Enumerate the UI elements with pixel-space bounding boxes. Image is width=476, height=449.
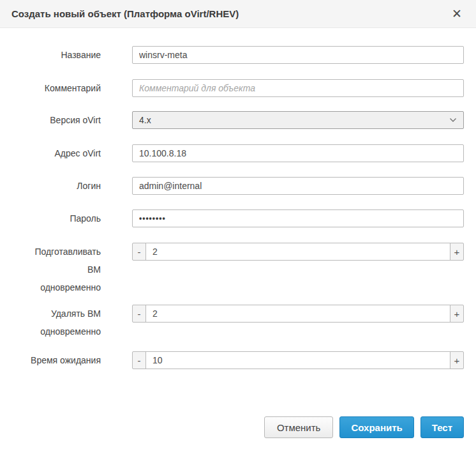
chevron-down-icon xyxy=(449,118,457,123)
minus-icon[interactable]: - xyxy=(132,305,146,323)
password-control xyxy=(132,209,464,227)
create-object-dialog: Создать новый объект (Платформа oVirt/RH… xyxy=(0,0,476,449)
plus-icon[interactable]: + xyxy=(450,351,464,369)
cancel-button[interactable]: Отменить xyxy=(264,416,334,438)
login-label: Логин xyxy=(11,177,101,195)
name-control xyxy=(132,46,464,64)
comment-input[interactable] xyxy=(132,79,464,97)
dialog-header: Создать новый объект (Платформа oVirt/RH… xyxy=(0,0,476,28)
version-control: 4.x xyxy=(132,111,464,129)
form-row-provision-concurrency: Подготавливать ВМ одновременно - + xyxy=(11,243,464,296)
address-control xyxy=(132,144,464,162)
form-row-name: Название xyxy=(11,46,464,64)
comment-label: Комментарий xyxy=(11,79,101,97)
timeout-input[interactable] xyxy=(145,351,450,369)
dialog-title: Создать новый объект (Платформа oVirt/RH… xyxy=(11,8,449,19)
provision-concurrency-control: - + xyxy=(132,243,464,261)
password-input[interactable] xyxy=(132,209,464,227)
ovirt-version-value: 4.x xyxy=(139,115,449,125)
form-row-version: Версия oVirt 4.x xyxy=(11,111,464,129)
close-icon[interactable]: ✕ xyxy=(449,6,465,21)
timeout-stepper: - + xyxy=(132,351,464,369)
name-input[interactable] xyxy=(132,46,464,64)
comment-control xyxy=(132,79,464,97)
form-row-timeout: Время ожидания - + xyxy=(11,351,464,369)
form-row-login: Логин xyxy=(11,177,464,195)
provision-concurrency-stepper: - + xyxy=(132,243,464,261)
form-row-delete-concurrency: Удалять ВМ одновременно - + xyxy=(11,305,464,340)
password-label: Пароль xyxy=(11,209,101,227)
timeout-control: - + xyxy=(132,351,464,369)
delete-concurrency-input[interactable] xyxy=(145,305,450,323)
login-control xyxy=(132,177,464,195)
provision-concurrency-input[interactable] xyxy=(145,243,450,261)
test-button[interactable]: Тест xyxy=(420,416,464,438)
form-row-address: Адрес oVirt xyxy=(11,144,464,162)
login-input[interactable] xyxy=(132,177,464,195)
ovirt-version-select[interactable]: 4.x xyxy=(132,111,464,129)
address-input[interactable] xyxy=(132,144,464,162)
delete-concurrency-stepper: - + xyxy=(132,305,464,323)
form-row-comment: Комментарий xyxy=(11,79,464,97)
minus-icon[interactable]: - xyxy=(132,243,146,261)
minus-icon[interactable]: - xyxy=(132,351,146,369)
name-label: Название xyxy=(11,46,101,64)
delete-concurrency-control: - + xyxy=(132,305,464,323)
plus-icon[interactable]: + xyxy=(450,305,464,323)
provision-concurrency-label: Подготавливать ВМ одновременно xyxy=(11,243,101,296)
save-button[interactable]: Сохранить xyxy=(339,416,413,438)
timeout-label: Время ожидания xyxy=(11,351,101,369)
dialog-footer: Отменить Сохранить Тест xyxy=(0,416,476,438)
address-label: Адрес oVirt xyxy=(11,144,101,162)
form-row-password: Пароль xyxy=(11,209,464,227)
plus-icon[interactable]: + xyxy=(450,243,464,261)
delete-concurrency-label: Удалять ВМ одновременно xyxy=(11,305,101,340)
version-label: Версия oVirt xyxy=(11,111,101,129)
dialog-body: Название Комментарий Версия oVirt 4.x xyxy=(0,28,476,369)
